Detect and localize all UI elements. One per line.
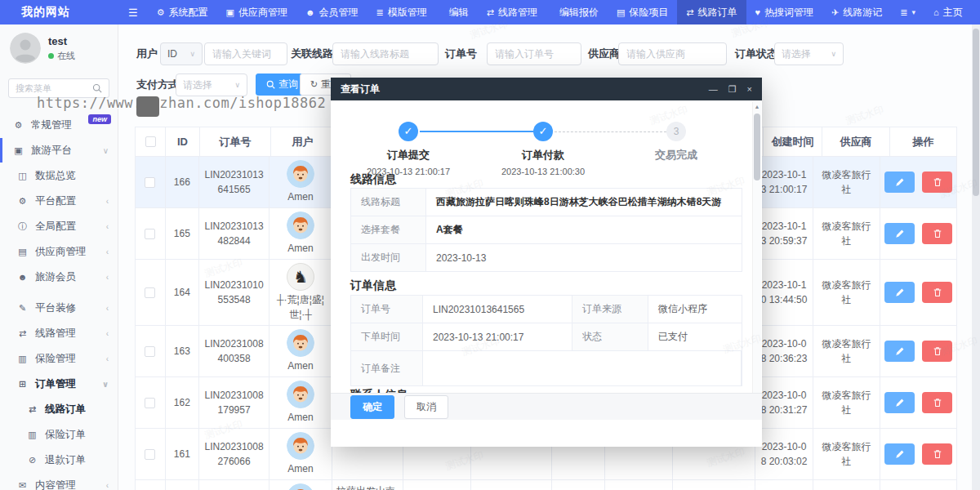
delete-button[interactable] (922, 443, 952, 465)
edit-button[interactable] (884, 341, 915, 362)
user-field-select[interactable]: ID∨ (160, 42, 203, 65)
order-section-title: 订单信息 (350, 278, 396, 293)
desc-row: 订单号 LIN20231013641565 订单来源 微信小程序 (351, 296, 742, 323)
nav-grid-menu-button[interactable]: ≣▾ (891, 0, 924, 24)
hamburger-icon[interactable]: ☰ (118, 7, 148, 19)
desc-row: 出发时间 2023-10-13 (351, 244, 742, 271)
nav-item[interactable]: ✈ 线路游记 (822, 0, 891, 24)
row-checkbox[interactable] (145, 398, 155, 408)
nav-item[interactable]: ≣ 模版管理 (368, 0, 436, 24)
cell-supplier: 微凌客旅行社 (813, 157, 880, 207)
cell-created-time: 2023-10-08 20:03:02 (755, 429, 813, 479)
sidebar-item-label: 线路订单 (45, 403, 118, 416)
sidebar-item[interactable]: ⊘ 退款订单 (0, 448, 118, 472)
pay-method-select[interactable]: 请选择∨ (176, 74, 247, 96)
new-badge: new (88, 114, 111, 124)
nav-item[interactable]: 编辑 (436, 0, 478, 24)
user-keyword-input[interactable]: 请输入关键词 (204, 42, 287, 65)
sidebar-item-icon: ⇄ (26, 404, 38, 415)
brand-title: 我的网站 (0, 5, 118, 20)
dialog-scrollbar-thumb[interactable] (754, 114, 760, 180)
cell-user: ♞ ┼·荒¦唐¦盛¦世¦·┼ (270, 260, 332, 325)
delete-button[interactable] (922, 341, 952, 362)
chevron-down-icon: ∨ (234, 81, 240, 89)
sidebar-item[interactable]: ⓘ 全局配置 ‹ (0, 214, 118, 238)
select-all-checkbox[interactable] (145, 136, 156, 147)
filter-supplier-label: 供应商 (588, 42, 620, 65)
sidebar-item-icon: ⓘ (16, 220, 29, 233)
menu-search-input[interactable]: 搜索菜单 (8, 78, 109, 98)
sidebar-user-block: test 在线 (10, 33, 75, 64)
cancel-button[interactable]: 取消 (404, 395, 448, 419)
sidebar-item-icon: ▤ (16, 247, 29, 257)
sidebar-item[interactable]: ▤ 供应商管理 ‹ (0, 239, 118, 264)
row-checkbox[interactable] (145, 229, 155, 239)
delete-button[interactable] (922, 172, 952, 193)
filter-route-label: 关联线路 (291, 42, 333, 65)
nav-item[interactable]: ⚙ 系统配置 (148, 0, 217, 24)
close-icon[interactable]: × (747, 84, 752, 95)
user-avatar (10, 33, 41, 64)
page-scrollbar[interactable] (972, 24, 980, 490)
minimize-icon[interactable]: — (709, 84, 718, 95)
delete-button[interactable] (922, 392, 952, 413)
row-checkbox[interactable] (145, 346, 155, 357)
sidebar-item[interactable]: ☻ 旅游会员 ‹ (0, 265, 118, 289)
row-checkbox[interactable] (145, 177, 155, 188)
edit-button[interactable] (884, 392, 915, 413)
route-title-input[interactable]: 请输入线路标题 (332, 42, 439, 65)
nav-item[interactable]: ⇄ 线路订单 (677, 0, 746, 24)
order-status-select[interactable]: 请选择∨ (774, 42, 844, 65)
sidebar-item[interactable]: ◫ 数据总览 (0, 163, 118, 188)
nav-item[interactable]: ⇄ 线路管理 (478, 0, 546, 24)
confirm-button[interactable]: 确定 (350, 395, 394, 419)
sidebar-item[interactable]: ▥ 保险管理 ‹ (0, 346, 118, 371)
user-avatar (287, 212, 314, 239)
sidebar-item[interactable]: ⇄ 线路管理 ‹ (0, 321, 118, 345)
cell-order-no: LIN20231010553548 (199, 260, 270, 325)
nav-item[interactable]: 编辑报价 (546, 0, 608, 24)
step: 3 交易完成 (619, 109, 733, 167)
sidebar-item[interactable]: ⚙ 常规管理 new (0, 113, 118, 137)
sidebar-item[interactable]: ✎ 平台装修 ‹ (0, 296, 118, 320)
row-checkbox[interactable] (145, 449, 155, 460)
dialog-scrollbar[interactable]: ▲ ▼ (752, 102, 761, 420)
nav-home-button[interactable]: ⌂主页 (924, 0, 972, 24)
delete-button[interactable] (922, 223, 952, 244)
user-avatar (287, 329, 314, 357)
nav-item[interactable]: ☻ 会员管理 (296, 0, 368, 24)
sidebar-item[interactable]: ⊞ 订单管理 ∨ (0, 372, 118, 396)
sidebar-item[interactable]: ⇄ 线路订单 (0, 397, 118, 421)
sidebar-item[interactable]: ✉ 内容管理 ‹ (0, 473, 118, 490)
chevron-icon: ‹ (106, 354, 109, 363)
chevron-down-icon: ▾ (912, 8, 916, 16)
edit-button[interactable] (884, 223, 915, 244)
cell-depart-date: 2023-10-08 (471, 480, 553, 490)
nav-item[interactable]: ♥ 热搜词管理 (746, 0, 823, 24)
sidebar-item-icon: ⚙ (16, 196, 29, 207)
scroll-up-icon[interactable]: ▲ (753, 102, 761, 112)
edit-button[interactable] (884, 172, 915, 193)
nav-item[interactable]: ▣ 供应商管理 (217, 0, 296, 24)
nav-item-label: 热搜词管理 (764, 6, 813, 20)
online-dot-icon (48, 53, 54, 59)
nav-item-label: 编辑报价 (559, 6, 599, 20)
row-checkbox[interactable] (145, 287, 155, 298)
edit-button[interactable] (884, 282, 915, 303)
delete-button[interactable] (922, 282, 952, 303)
order-no-input[interactable]: 请输入订单号 (487, 42, 581, 65)
sidebar-item[interactable]: ▣ 旅游平台 ∨ (0, 138, 118, 163)
supplier-input[interactable]: 请输入供应商 (618, 42, 727, 65)
step-label: 订单付款 (486, 148, 600, 163)
cell-order-no: LIN20231013641565 (199, 157, 270, 207)
sidebar-item[interactable]: ⚙ 平台配置 ‹ (0, 189, 118, 213)
nav-clear-cache-button[interactable]: ♻清除缓存 (972, 0, 980, 24)
user-nickname: Amen (287, 359, 313, 373)
edit-button[interactable] (884, 443, 915, 465)
page-scrollbar-thumb[interactable] (973, 29, 979, 196)
nav-item[interactable]: ▤ 保险项目 (608, 0, 677, 24)
desc-row: 订单备注 (351, 351, 742, 385)
cell-supplier: 微凌客旅行社 (813, 429, 880, 479)
maximize-icon[interactable]: ❐ (728, 84, 737, 95)
sidebar-item[interactable]: ▥ 保险订单 (0, 422, 118, 447)
